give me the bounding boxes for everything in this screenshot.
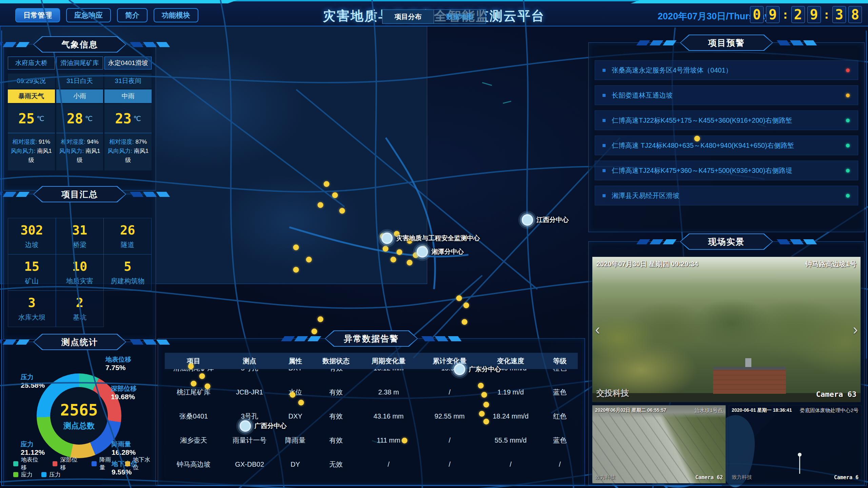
camera-brand: 致力科技 (595, 474, 615, 481)
project-map-dot[interactable] (382, 246, 388, 252)
camera-timestamp: 2020年07月30日 星期四 09:29:34 (596, 260, 698, 269)
alarm-table-row: 张桑0401ZS0401-DB1DXY有效8.86 mm23.16mm3.83 … (165, 476, 578, 483)
alarm-cell: 湘乡壶天 (165, 436, 222, 445)
summary-title-text: 项目汇总 (34, 187, 125, 202)
alarm-table-row: 钟马高边坡GX-DB02DY无效//// (165, 452, 578, 476)
alarm-table-row: 桃江尾矿库JCB-JR1水位有效2.38 m/1.19 m/d蓝色 (165, 380, 578, 404)
center-ring-icon (381, 232, 393, 244)
alert-bullet-icon (603, 69, 606, 72)
prev-camera-arrow[interactable]: ‹ (595, 321, 600, 338)
alerts-panel-title: 项目预警 (638, 35, 815, 51)
title-deco-right (132, 42, 168, 47)
alert-text: 张桑高速永定服务区4号滑坡体（0401） (612, 66, 846, 75)
project-map-dot[interactable] (339, 208, 345, 214)
alarm-cell: 钟马高边坡 (165, 460, 222, 469)
next-camera-arrow[interactable]: › (853, 321, 858, 338)
alarm-table-body: 滑油洞尾矿库5号孔DXY有效10.12 mm15.975.46 mm/d橙色桃江… (165, 369, 578, 483)
map-center-灾害地质与工程安全监测中心[interactable]: 灾害地质与工程安全监测中心 (381, 232, 427, 244)
alarm-cell: 水位 (277, 388, 314, 397)
alert-bullet-icon (603, 119, 606, 122)
alarm-cell: 滑油洞尾矿库 (165, 369, 222, 373)
alarm-col-header: 测点 (222, 357, 277, 366)
title-deco-left (0, 192, 28, 197)
title-deco-right (132, 192, 168, 197)
brick-building (713, 367, 786, 394)
alert-item[interactable]: 湘潭县天易经开区滑坡 (595, 186, 858, 205)
alarm-table-panel: 异常数据告警 项目测点属性数据状态周期变化量累计变化量变化速度等级 滑油洞尾矿库… (158, 338, 585, 485)
alarm-cell: 张桑0401 (165, 412, 222, 421)
alert-item[interactable]: 仁博高速TJ22标K455+175～K455+360(K916+200)右侧路堑 (595, 110, 858, 130)
camera-timestamp: 2020年06月02日 星期二 06:55:57 (595, 407, 666, 413)
alert-item[interactable]: 仁博高速TJ24标K475+360～K475+500(K936+300)右侧路堤 (595, 161, 858, 180)
alarm-cell: 无效 (314, 460, 358, 469)
camera-thumb-2[interactable]: 2020-06-01 星期一 18:36:41 娄底固体废物处理中心2号 致力科… (729, 405, 862, 484)
alarm-cell: 1.19 m/d (480, 388, 541, 396)
alarm-cell: 55.5 mm/d (480, 436, 541, 444)
title-deco-left (638, 40, 675, 45)
alert-item[interactable]: 张桑高速永定服务区4号滑坡体（0401） (595, 60, 858, 80)
alarm-cell: DXY (277, 412, 314, 420)
alarm-cell: DXY (277, 369, 314, 372)
alarm-cell: 橙色 (541, 369, 578, 373)
project-map-dot[interactable] (317, 202, 323, 208)
alarm-cell: 有效 (314, 412, 358, 421)
alarm-col-header: 属性 (277, 357, 314, 366)
alarm-col-header: 等级 (541, 357, 578, 366)
project-map-dot[interactable] (293, 267, 299, 273)
alarm-cell: 有效 (314, 388, 358, 397)
map-tab-bar: 项目分布数据地图 (382, 9, 427, 24)
center-ring-icon (416, 246, 427, 258)
alert-item[interactable]: 仁博高速 TJ24标K480+635～K480+940(K941+650)右侧路… (595, 136, 858, 155)
project-map-dot[interactable] (407, 260, 413, 265)
title-deco-right (778, 40, 815, 45)
title-deco-right (132, 340, 168, 345)
alarm-table-row: 张桑04013号孔DXY有效43.16 mm92.55 mm18.24 mm/d… (165, 404, 578, 428)
alarm-cell: 111 mm (358, 436, 419, 444)
project-map-dot[interactable] (306, 257, 312, 263)
camera-thumb-1[interactable]: 2020年06月02日 星期二 06:55:57 治水坝1号点 致力科技 Cam… (592, 405, 726, 484)
project-map-dot[interactable] (293, 245, 299, 250)
weather-title-text: 气象信息 (34, 37, 125, 52)
map-tab-1[interactable]: 项目分布 (382, 10, 427, 23)
alert-item[interactable]: 长韶娄道林互通边坡 (595, 85, 858, 105)
alarm-cell: 雨量计一号 (222, 436, 277, 445)
light-pole (799, 455, 800, 474)
live-panel-title: 现场实景 (638, 233, 815, 250)
title-deco-right (423, 336, 460, 341)
alarm-cell: 蓝色 (541, 388, 578, 397)
alert-bullet-icon (603, 144, 606, 147)
camera-brand: 致力科技 (732, 474, 752, 481)
camera-location-label: 娄底固体废物处理中心2号 (800, 407, 859, 414)
alarm-table-header: 项目测点属性数据状态周期变化量累计变化量变化速度等级 (165, 353, 578, 369)
points-title-text: 测点统计 (34, 334, 125, 349)
project-map-dot[interactable] (323, 181, 329, 187)
alarm-title-text: 异常数据告警 (326, 331, 417, 346)
title-deco-left (638, 239, 675, 244)
camera-id: Camera 6 (834, 474, 859, 481)
project-map-dot[interactable] (396, 249, 402, 255)
map-center-湘潭分中心[interactable]: 湘潭分中心 (416, 246, 427, 258)
project-map-dot[interactable] (390, 257, 396, 263)
project-alerts-panel: 项目预警 张桑高速永定服务区4号滑坡体（0401）长韶娄道林互通边坡仁博高速TJ… (588, 42, 865, 232)
main-camera-view[interactable]: 2020年07月30日 星期四 09:29:34 钟马路高边坡1号 交投科技 C… (592, 257, 861, 402)
weather-panel-title: 气象信息 (0, 36, 168, 53)
summary-panel-title: 项目汇总 (0, 186, 168, 202)
alert-text: 仁博高速 TJ24标K480+635～K480+940(K941+650)右侧路… (612, 141, 846, 150)
camera-location-label: 治水坝1号点 (695, 407, 723, 414)
alarm-cell: 蓝色 (541, 436, 578, 445)
center-label: 灾害地质与工程安全监测中心 (396, 234, 427, 243)
alert-text: 仁博高速TJ22标K455+175～K455+360(K916+200)右侧路堑 (612, 116, 846, 125)
points-panel-title: 测点统计 (0, 334, 168, 350)
project-map-dot[interactable] (332, 192, 338, 198)
alarm-cell: 桃江尾矿库 (165, 388, 222, 397)
alert-status-dot-green (846, 169, 850, 172)
dashboard-root: 日常管理应急响应简介功能模块 灾害地质与工程安全智能监测云平台 2020年07月… (0, 0, 868, 488)
alert-list: 张桑高速永定服务区4号滑坡体（0401）长韶娄道林互通边坡仁博高速TJ22标K4… (595, 60, 858, 211)
alarm-table-row: 湘乡壶天雨量计一号降雨量有效111 mm/55.5 mm/d蓝色 (165, 428, 578, 452)
alarm-col-header: 数据状态 (314, 357, 358, 366)
camera-id: Camera 63 (816, 390, 856, 399)
alarm-cell: 降雨量 (277, 436, 314, 445)
alert-bullet-icon (603, 194, 606, 197)
alert-bullet-icon (603, 169, 606, 172)
alarm-cell: 3号孔 (222, 412, 277, 421)
